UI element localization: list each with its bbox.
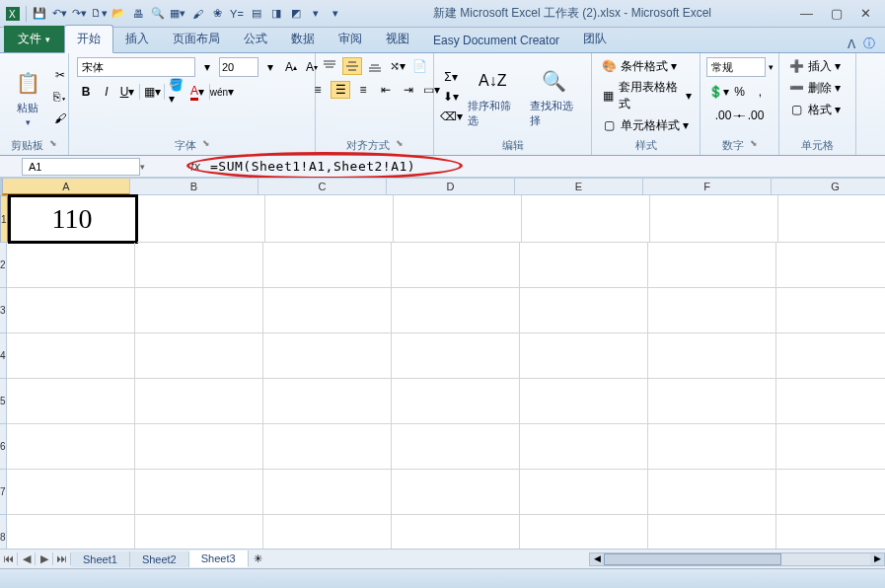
redo-icon[interactable]: ↷▾ (70, 5, 88, 23)
cell[interactable] (135, 515, 263, 549)
increase-indent-icon[interactable]: ⇥ (399, 81, 418, 99)
print-icon[interactable]: 🖶 (129, 5, 147, 23)
cell[interactable] (520, 333, 648, 379)
col-header-E[interactable]: E (515, 178, 643, 195)
percent-icon[interactable]: % (731, 83, 749, 101)
format-cells-button[interactable]: ▢格式▾ (787, 101, 841, 118)
cell[interactable] (648, 243, 776, 288)
cell[interactable] (392, 379, 520, 424)
grid-icon[interactable]: ▤ (248, 5, 265, 23)
formula-input[interactable]: =SUM(Sheet1!A1,Sheet2!A1) (206, 158, 885, 175)
comma-icon[interactable]: , (752, 83, 770, 101)
cell[interactable] (776, 288, 885, 333)
sheet-nav-prev-icon[interactable]: ◀ (18, 552, 36, 565)
delete-cells-button[interactable]: ➖删除▾ (787, 79, 841, 97)
font-dialog-icon[interactable]: ⬊ (202, 138, 210, 153)
open-icon[interactable]: 📂 (110, 5, 127, 23)
cell[interactable] (263, 424, 392, 470)
sheet-nav-first-icon[interactable]: ⏮ (0, 552, 18, 565)
brush-icon[interactable]: 🖌 (188, 5, 206, 23)
cell[interactable] (648, 333, 776, 379)
spreadsheet-grid[interactable]: A B C D E F G 1 110 2 3 4 5 6 7 8 (0, 178, 885, 549)
cell[interactable] (776, 333, 885, 379)
cell[interactable] (776, 424, 885, 470)
orientation-icon[interactable]: ⤭▾ (388, 57, 407, 75)
row-header-1[interactable]: 1 (0, 195, 9, 243)
col-header-C[interactable]: C (258, 178, 387, 195)
font-name-select[interactable] (77, 57, 195, 77)
tab-page-layout[interactable]: 页面布局 (161, 26, 232, 52)
name-box[interactable] (22, 158, 140, 176)
cell[interactable] (392, 243, 520, 288)
new-sheet-icon[interactable]: ✳ (249, 552, 268, 565)
grow-font-icon[interactable]: A▴ (282, 58, 300, 76)
file-tab[interactable]: 文件▾ (4, 26, 64, 52)
cell[interactable] (776, 243, 885, 288)
autosum-icon[interactable]: Σ▾ (442, 68, 460, 86)
close-button[interactable]: ✕ (860, 6, 871, 21)
help-icon[interactable]: ⓘ (863, 36, 875, 52)
number-dialog-icon[interactable]: ⬊ (750, 138, 758, 153)
align-right-icon[interactable]: ≡ (353, 81, 373, 99)
fill-color-icon[interactable]: 🪣▾ (168, 83, 185, 101)
cell[interactable] (135, 333, 263, 379)
wrap-text-icon[interactable]: 📄 (410, 57, 430, 75)
qat-overflow-icon[interactable]: ▾ (327, 5, 344, 23)
cell[interactable] (7, 515, 135, 549)
scroll-thumb[interactable] (604, 553, 781, 565)
tab-formulas[interactable]: 公式 (232, 26, 279, 52)
cell[interactable] (7, 333, 135, 379)
col-header-D[interactable]: D (387, 178, 515, 195)
cell[interactable] (520, 288, 648, 333)
save-icon[interactable]: 💾 (31, 5, 48, 23)
fx-button[interactable]: fx (184, 160, 206, 174)
cell[interactable] (776, 515, 885, 549)
cell[interactable] (776, 470, 885, 515)
cell[interactable] (263, 379, 392, 424)
macro-icon[interactable]: ◩ (287, 5, 305, 23)
chart-icon[interactable]: ◨ (267, 5, 285, 23)
font-color-icon[interactable]: A▾ (188, 83, 206, 101)
col-header-F[interactable]: F (643, 178, 772, 195)
minimize-button[interactable]: — (800, 6, 813, 21)
cell-styles-button[interactable]: ▢单元格样式▾ (600, 116, 689, 134)
cell[interactable] (650, 195, 778, 243)
format-as-table-button[interactable]: ▦套用表格格式▾ (600, 79, 692, 112)
tab-easy-document[interactable]: Easy Document Creator (421, 29, 571, 52)
col-header-G[interactable]: G (772, 178, 885, 195)
cell[interactable] (648, 424, 776, 470)
qat-more-icon[interactable]: ▾ (307, 5, 325, 23)
number-format-select[interactable] (706, 57, 766, 77)
font-size-drop-icon[interactable]: ▾ (261, 58, 279, 76)
decrease-decimal-icon[interactable]: ←.00 (741, 107, 759, 124)
cell[interactable] (778, 195, 885, 243)
border-icon[interactable]: ▦▾ (143, 83, 161, 101)
minimize-ribbon-icon[interactable]: ᐱ (848, 37, 855, 51)
tab-home[interactable]: 开始 (64, 25, 113, 53)
cell[interactable] (394, 195, 522, 243)
cell[interactable] (265, 195, 394, 243)
align-center-icon[interactable]: ☰ (331, 81, 350, 99)
cell[interactable] (263, 243, 392, 288)
font-size-select[interactable] (219, 57, 258, 77)
cell[interactable] (392, 333, 520, 379)
cell[interactable] (520, 470, 648, 515)
cell[interactable] (648, 379, 776, 424)
cell[interactable] (776, 379, 885, 424)
cell[interactable] (520, 243, 648, 288)
cell[interactable] (392, 515, 520, 549)
cell[interactable] (7, 470, 135, 515)
scroll-left-icon[interactable]: ◀ (590, 553, 604, 565)
align-top-icon[interactable] (320, 57, 339, 75)
cell[interactable] (520, 379, 648, 424)
clipboard-dialog-icon[interactable]: ⬊ (49, 138, 57, 153)
new-icon[interactable]: 🗋▾ (90, 5, 108, 23)
cell[interactable] (135, 379, 263, 424)
cell[interactable] (7, 243, 135, 288)
cell[interactable] (648, 288, 776, 333)
clear-icon[interactable]: ⌫▾ (442, 108, 460, 125)
align-middle-icon[interactable] (342, 57, 362, 75)
sort-filter-button[interactable]: A↓Z 排序和筛选 (464, 63, 522, 130)
font-name-drop-icon[interactable]: ▾ (198, 58, 216, 76)
paste-button[interactable]: 📋 粘贴 ▾ (8, 65, 47, 129)
